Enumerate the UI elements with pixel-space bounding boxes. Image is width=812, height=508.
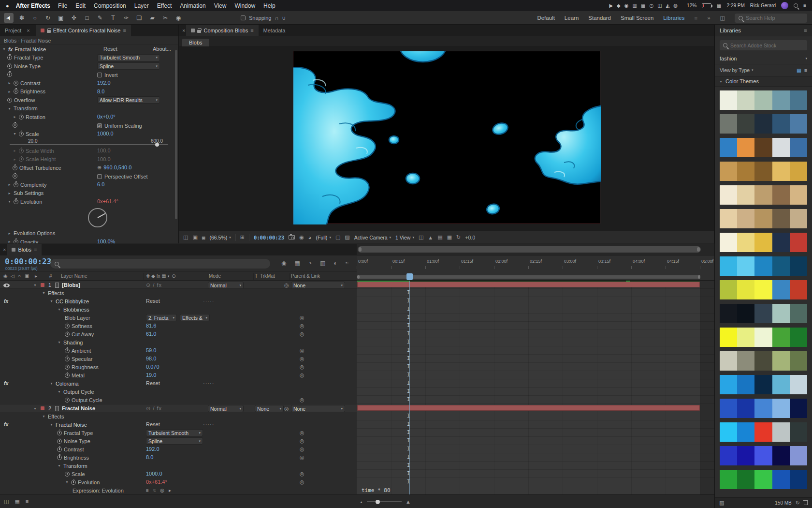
value-offset-turbulence[interactable]: ⊕960.0,540.0 xyxy=(97,164,131,172)
layer-switches[interactable]: ⊙ / fx xyxy=(146,404,162,412)
color-swatch[interactable] xyxy=(772,162,790,181)
display-icon[interactable]: ◫ xyxy=(657,3,662,8)
color-swatch[interactable] xyxy=(754,304,772,323)
property-pickwhip-icon[interactable]: ◎ xyxy=(300,322,304,330)
brush-tool[interactable]: ✑ xyxy=(121,13,131,23)
close-icon[interactable]: × xyxy=(179,28,186,33)
clock-icon[interactable]: ◷ xyxy=(649,3,653,8)
property-label[interactable]: Scale xyxy=(72,471,85,477)
twirl-open-icon[interactable]: ▾ xyxy=(49,422,54,427)
share-screen-icon[interactable]: ◫ xyxy=(720,15,725,21)
sync-status-icon[interactable]: ▧ xyxy=(719,500,724,506)
mode-dropdown[interactable]: Normal▾ xyxy=(208,405,244,412)
view-by-dropdown[interactable]: View by Type xyxy=(720,67,750,73)
color-swatch[interactable] xyxy=(790,422,807,442)
app-name[interactable]: After Effects xyxy=(16,2,50,9)
color-swatch[interactable] xyxy=(720,351,737,371)
color-swatch[interactable] xyxy=(790,351,807,371)
color-swatch[interactable] xyxy=(754,114,772,134)
color-swatch[interactable] xyxy=(720,138,737,157)
timeline-row-fractal-noise[interactable]: ▾2Fractal Noise⊙ / fxNormal▾None▾◎None▾ xyxy=(0,404,714,412)
menu-help[interactable]: Help xyxy=(263,2,276,9)
expression-menu-icon[interactable]: ▸ xyxy=(169,488,171,493)
blob-layer-source-dropdown[interactable]: Effects &▾ xyxy=(180,314,210,321)
color-theme-row[interactable] xyxy=(720,470,807,489)
expression-pickwhip-icon[interactable]: ◎ xyxy=(160,488,164,493)
menu-file[interactable]: File xyxy=(58,2,67,9)
stopwatch-icon[interactable] xyxy=(57,455,62,460)
value-roughness[interactable]: 0.070 xyxy=(146,363,160,371)
dropbox-icon[interactable]: ◆ xyxy=(617,3,621,8)
color-swatch[interactable] xyxy=(790,399,807,418)
expand-switches-icon[interactable]: ▦ xyxy=(14,498,19,505)
col-layer-name[interactable]: Layer Name xyxy=(61,273,87,279)
flowchart-icon[interactable]: ▦ xyxy=(447,234,452,240)
stopwatch-icon[interactable] xyxy=(13,123,17,128)
mode-dropdown[interactable]: Normal▾ xyxy=(208,282,244,289)
value-rotation[interactable]: 0x+0.0° xyxy=(97,113,116,121)
workspace-menu-icon[interactable]: ≡ xyxy=(694,15,697,21)
color-swatch[interactable] xyxy=(720,162,737,181)
close-icon[interactable]: × xyxy=(0,247,7,253)
stopwatch-icon[interactable] xyxy=(57,447,62,452)
scale-slider[interactable] xyxy=(10,144,168,145)
color-swatch[interactable] xyxy=(772,233,790,252)
twirl-open-icon[interactable]: ▾ xyxy=(57,389,61,394)
frame-blending-icon[interactable]: ▥ xyxy=(320,260,325,267)
blob-layer-dropdown[interactable]: 2. Fracta▾ xyxy=(146,314,177,321)
primary-viewer-icon[interactable]: ▣ xyxy=(192,234,197,240)
libraries-search-box[interactable] xyxy=(720,40,807,50)
layer-duration-bar[interactable] xyxy=(357,405,700,411)
tab-metadata[interactable]: Metadata xyxy=(259,25,290,36)
color-swatch[interactable] xyxy=(790,138,807,157)
color-swatch[interactable] xyxy=(790,304,807,323)
color-swatch[interactable] xyxy=(754,138,772,157)
property-label[interactable]: Ambient xyxy=(72,348,91,354)
color-swatch[interactable] xyxy=(737,304,754,323)
twirl-closed-icon[interactable]: ▸ xyxy=(7,90,12,94)
reset-link[interactable]: Reset xyxy=(146,297,160,305)
property-pickwhip-icon[interactable]: ◎ xyxy=(300,429,304,437)
color-theme-row[interactable] xyxy=(720,351,807,371)
twirl-open-icon[interactable]: ▾ xyxy=(42,414,46,418)
parent-pickwhip-icon[interactable]: ◎ xyxy=(284,281,289,289)
stopwatch-icon[interactable] xyxy=(19,149,24,153)
stopwatch-icon[interactable] xyxy=(14,239,18,243)
type-tool[interactable]: T xyxy=(108,13,118,23)
stopwatch-icon[interactable] xyxy=(19,115,24,120)
effect-controls-scrollbar[interactable] xyxy=(175,50,177,219)
color-swatch[interactable] xyxy=(754,328,772,347)
property-pickwhip-icon[interactable]: ◎ xyxy=(300,470,304,478)
color-theme-row[interactable] xyxy=(720,280,807,299)
reset-link[interactable]: Reset xyxy=(103,45,117,53)
panel-menu-icon[interactable]: ≡ xyxy=(250,28,253,33)
user-avatar[interactable] xyxy=(781,2,788,9)
color-swatch[interactable] xyxy=(737,138,754,157)
value-ambient[interactable]: 59.0 xyxy=(146,346,156,355)
property-label[interactable]: Specular xyxy=(72,356,92,362)
twirl-open-icon[interactable]: ▾ xyxy=(33,406,37,411)
viewer-timecode[interactable]: 0:00:00:23 xyxy=(254,235,284,240)
color-theme-row[interactable] xyxy=(720,90,807,110)
property-pickwhip-icon[interactable]: ◎ xyxy=(300,363,304,371)
color-swatch[interactable] xyxy=(772,114,790,134)
stopwatch-icon[interactable] xyxy=(14,199,18,204)
property-label[interactable]: Blob Layer xyxy=(65,315,90,321)
cloud-sync-icon[interactable]: ↻ xyxy=(796,500,800,506)
evolution-dial[interactable] xyxy=(88,208,107,227)
color-swatch[interactable] xyxy=(737,375,754,394)
property-label[interactable]: Shading xyxy=(63,340,83,345)
pixel-aspect-icon[interactable]: ◫ xyxy=(419,234,423,240)
color-theme-row[interactable] xyxy=(720,138,807,157)
color-swatch[interactable] xyxy=(720,304,737,323)
value-scale[interactable]: 1000.0 xyxy=(97,130,114,138)
stopwatch-icon[interactable] xyxy=(14,89,18,94)
stopwatch-icon[interactable] xyxy=(65,357,70,361)
menu-edit[interactable]: Edit xyxy=(75,2,86,9)
twirl-closed-icon[interactable]: ▸ xyxy=(7,182,12,187)
eye-icon[interactable] xyxy=(3,284,10,287)
fx-badge-icon[interactable]: fx xyxy=(4,297,8,305)
menubar-clock[interactable]: 2:29 PM xyxy=(727,3,745,8)
value-evolution[interactable]: 0x+61.4° xyxy=(97,197,118,206)
twirl-open-icon[interactable]: ▾ xyxy=(57,463,61,468)
